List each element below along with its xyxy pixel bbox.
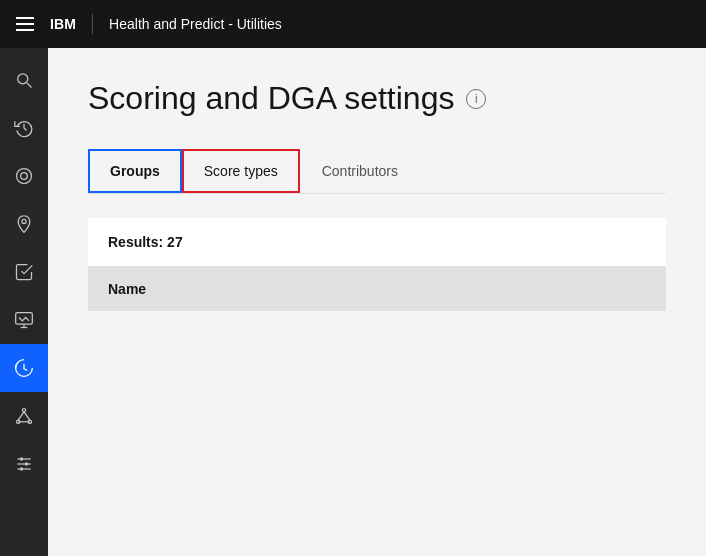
info-icon[interactable]: i: [466, 89, 486, 109]
sidebar-item-settings[interactable]: [0, 440, 48, 488]
checklist-icon: [14, 262, 34, 282]
svg-point-2: [21, 173, 28, 180]
menu-icon[interactable]: [16, 17, 34, 31]
svg-point-8: [22, 409, 25, 412]
tab-contributors[interactable]: Contributors: [300, 149, 420, 193]
results-bar: Results: 27: [88, 218, 666, 267]
settings-sliders-icon: [14, 454, 34, 474]
sidebar-item-checklist[interactable]: [0, 248, 48, 296]
content-area: Scoring and DGA settings i Groups Score …: [48, 48, 706, 556]
tabs-container: Groups Score types Contributors: [88, 149, 666, 194]
sidebar-item-network[interactable]: [0, 392, 48, 440]
svg-line-1: [27, 83, 32, 88]
svg-point-0: [18, 74, 28, 84]
sidebar-item-location[interactable]: [0, 200, 48, 248]
app-title: Health and Predict - Utilities: [109, 16, 282, 32]
svg-line-12: [24, 412, 30, 420]
page-title: Scoring and DGA settings i: [88, 80, 666, 117]
brand-label: IBM: [50, 16, 76, 32]
svg-line-11: [18, 412, 24, 420]
sidebar: [0, 48, 48, 556]
assets-icon: [14, 166, 34, 186]
monitor-icon: [14, 310, 34, 330]
svg-point-19: [20, 467, 23, 470]
tab-score-types[interactable]: Score types: [182, 149, 300, 193]
sidebar-item-history[interactable]: [0, 104, 48, 152]
table-column-header: Name: [88, 267, 666, 311]
topbar: IBM Health and Predict - Utilities: [0, 0, 706, 48]
sidebar-item-metrics[interactable]: [0, 344, 48, 392]
history-icon: [14, 118, 34, 138]
sidebar-item-search[interactable]: [0, 56, 48, 104]
main-layout: Scoring and DGA settings i Groups Score …: [0, 48, 706, 556]
metrics-icon: [14, 358, 34, 378]
svg-point-4: [22, 219, 26, 223]
sidebar-item-monitor[interactable]: [0, 296, 48, 344]
network-icon: [14, 406, 34, 426]
sidebar-item-assets[interactable]: [0, 152, 48, 200]
svg-point-3: [17, 169, 32, 184]
tab-groups[interactable]: Groups: [88, 149, 182, 193]
location-icon: [14, 214, 34, 234]
svg-point-18: [25, 462, 28, 465]
search-icon: [14, 70, 34, 90]
svg-point-17: [20, 457, 23, 460]
topbar-divider: [92, 14, 93, 34]
